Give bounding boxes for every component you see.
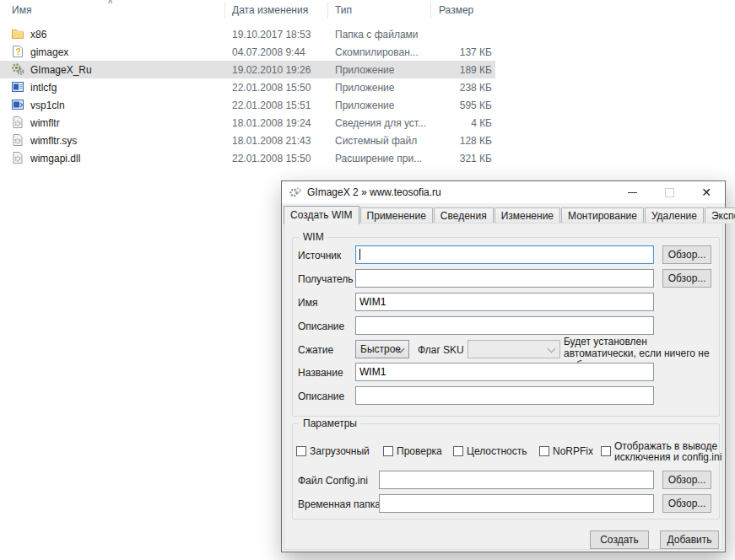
description2-label: Описание <box>298 390 344 402</box>
file-row-wimfltr[interactable]: wimfltr 18.01.2008 19:24 Сведения для ус… <box>0 114 495 132</box>
verify-checkbox[interactable] <box>383 446 393 456</box>
compression-value: Быстрое <box>360 343 401 355</box>
file-type: Сведения для уст... <box>335 117 426 129</box>
file-date: 19.10.2017 18:53 <box>232 29 311 40</box>
gimagex-dialog: GImageX 2 » www.teosofia.ru ✕ Создать WI… <box>281 180 726 552</box>
create-button[interactable]: Создать <box>590 530 649 549</box>
file-name: wimfltr.sys <box>30 135 77 147</box>
blue-application-icon <box>11 98 24 111</box>
document-gear-icon <box>11 133 24 147</box>
close-button[interactable]: ✕ <box>688 181 725 203</box>
destination-browse-button[interactable]: Обзор... <box>662 269 711 288</box>
file-type: Приложение <box>335 100 394 111</box>
tab-info[interactable]: Сведения <box>434 207 494 223</box>
parameters-groupbox-legend: Параметры <box>300 417 360 429</box>
column-separator <box>224 2 225 19</box>
verify-checkbox-label[interactable]: Проверка <box>397 445 442 457</box>
file-size: 595 КБ <box>419 100 492 111</box>
file-name: vsp1cln <box>30 100 65 111</box>
tab-mount[interactable]: Монтирование <box>561 207 644 223</box>
file-row-wimfltr-sys[interactable]: wimfltr.sys 18.01.2008 21:43 Системный ф… <box>0 132 495 149</box>
file-row-vsp1cln[interactable]: vsp1cln 22.01.2008 15:51 Приложение 595 … <box>0 96 495 114</box>
source-label: Источник <box>298 250 341 261</box>
show-exclusions-checkbox[interactable] <box>601 446 611 456</box>
description-label: Описание <box>298 320 344 332</box>
tab-content-create-wim: WIM Источник Обзор... Получатель Обзор..… <box>284 223 723 550</box>
title-label: Название <box>298 367 343 379</box>
temp-browse-button[interactable]: Обзор... <box>662 494 711 513</box>
file-size: 321 КБ <box>419 153 492 164</box>
file-date: 18.01.2008 21:43 <box>232 135 311 147</box>
chevron-down-icon <box>548 345 556 353</box>
file-name: intlcfg <box>30 82 57 94</box>
temp-folder-input[interactable] <box>379 494 654 513</box>
file-row-gimagex[interactable]: ? gimagex 04.07.2008 9:44 Скомпилирован.… <box>0 43 495 61</box>
file-type: Расширение при... <box>335 153 422 164</box>
column-header-size[interactable]: Размер <box>439 0 473 20</box>
gimagex-app-icon <box>289 186 302 199</box>
file-date: 04.07.2008 9:44 <box>232 46 305 58</box>
tab-change[interactable]: Изменение <box>495 207 560 223</box>
file-row-wimgapi-dll[interactable]: wimgapi.dll 22.01.2008 15:50 Расширение … <box>0 149 495 167</box>
title-bar[interactable]: GImageX 2 » www.teosofia.ru ✕ <box>282 181 725 203</box>
tab-export[interactable]: Экспорт <box>705 207 735 223</box>
file-row-gimagex-ru-selected[interactable]: GImageX_Ru 19.02.2010 19:26 Приложение 1… <box>0 61 495 78</box>
folder-icon <box>11 27 24 40</box>
compression-label: Сжатие <box>298 344 333 356</box>
file-type: Приложение <box>335 82 394 94</box>
title-input[interactable] <box>355 363 654 381</box>
norpfix-checkbox-label[interactable]: NoRPFix <box>553 445 593 457</box>
tab-delete[interactable]: Удаление <box>645 207 704 223</box>
file-name: gimagex <box>30 46 68 58</box>
wim-groupbox-legend: WIM <box>300 231 327 243</box>
config-browse-button[interactable]: Обзор... <box>662 471 711 489</box>
file-date: 22.01.2008 15:51 <box>232 100 311 111</box>
add-button[interactable]: Добавить <box>660 530 719 549</box>
file-row-intlcfg[interactable]: intlcfg 22.01.2008 15:50 Приложение 238 … <box>0 78 495 96</box>
file-name: x86 <box>30 29 46 40</box>
name-input[interactable] <box>355 293 654 311</box>
temp-folder-label: Временная папка <box>298 498 381 510</box>
window-controls: ✕ <box>613 181 725 203</box>
minimize-button[interactable] <box>613 181 651 203</box>
sku-flag-label: Флаг SKU <box>418 344 464 356</box>
dialog-title: GImageX 2 » www.teosofia.ru <box>307 186 441 198</box>
bootable-checkbox-label[interactable]: Загрузочный <box>310 445 370 457</box>
column-separator <box>327 2 328 19</box>
column-header-type[interactable]: Тип <box>335 0 352 20</box>
tab-bar: Создать WIM Применение Сведения Изменени… <box>284 204 723 223</box>
config-file-input[interactable] <box>379 471 654 489</box>
sort-ascending-icon: ∧ <box>107 0 113 5</box>
destination-input[interactable] <box>355 269 654 288</box>
integrity-checkbox-label[interactable]: Целостность <box>467 445 527 457</box>
name-label: Имя <box>298 297 317 309</box>
file-date: 19.02.2010 19:26 <box>232 64 311 76</box>
file-name: wimgapi.dll <box>30 153 80 164</box>
maximize-button[interactable] <box>651 181 688 203</box>
file-row-x86[interactable]: x86 19.10.2017 18:53 Папка с файлами <box>0 25 495 43</box>
source-input[interactable] <box>355 245 654 264</box>
file-size: 238 КБ <box>419 82 492 94</box>
bootable-checkbox[interactable] <box>296 446 306 456</box>
description-input[interactable] <box>355 316 654 335</box>
description2-input[interactable] <box>355 386 654 405</box>
file-name: wimfltr <box>30 117 60 129</box>
tab-create-wim[interactable]: Создать WIM <box>284 206 359 224</box>
file-size: 4 КБ <box>419 117 492 129</box>
file-type: Системный файл <box>335 135 417 147</box>
config-file-label: Файл Config.ini <box>298 475 368 487</box>
blue-application-icon <box>11 80 24 94</box>
integrity-checkbox[interactable] <box>453 446 463 456</box>
compression-dropdown[interactable]: Быстрое <box>355 340 409 358</box>
tab-apply[interactable]: Применение <box>360 207 433 223</box>
show-exclusions-checkbox-label[interactable]: Отображать в выводе исключения и config.… <box>614 441 726 463</box>
help-document-icon: ? <box>11 45 24 58</box>
file-size: 128 КБ <box>419 135 492 147</box>
gears-application-icon <box>11 62 24 76</box>
column-header-date[interactable]: Дата изменения <box>232 0 308 20</box>
norpfix-checkbox[interactable] <box>539 446 549 456</box>
column-header-name[interactable]: Имя <box>12 0 31 20</box>
sku-flag-dropdown[interactable] <box>467 340 560 358</box>
document-gear-icon <box>11 116 24 129</box>
source-browse-button[interactable]: Обзор... <box>662 245 711 264</box>
